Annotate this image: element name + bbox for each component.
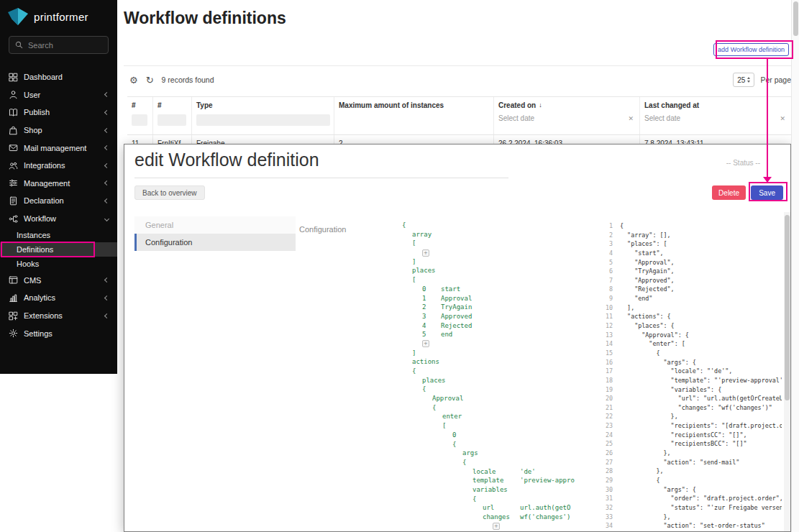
clear-filter-icon[interactable]: ✕ — [780, 115, 787, 122]
tree-node[interactable]: enter — [402, 412, 590, 421]
filter-input[interactable] — [132, 114, 147, 126]
tree-append-row[interactable]: + — [402, 248, 590, 257]
tab-configuration[interactable]: Configuration — [134, 234, 296, 251]
tree-node[interactable]: changeswf('changes') — [402, 513, 590, 522]
table-settings-gear-icon[interactable]: ⚙ — [129, 75, 138, 86]
sidebar-subitem-hooks[interactable]: Hooks — [0, 257, 117, 271]
json-code-editor[interactable]: 1{2 "array": [],3 "places": [4 "start",5… — [595, 221, 782, 532]
sidebar-item-analytics[interactable]: Analytics — [0, 289, 117, 307]
clear-filter-icon[interactable]: ✕ — [628, 115, 635, 122]
brand-name: printformer — [34, 11, 88, 23]
add-workflow-definition-button[interactable]: add Workflow definition — [713, 43, 789, 56]
tree-node[interactable]: urlurl.auth(getO — [402, 503, 590, 513]
sidebar-item-declaration[interactable]: Declaration — [0, 192, 117, 210]
column-header-2[interactable]: Type — [191, 97, 334, 113]
chevron-down-icon — [104, 216, 109, 221]
sidebar-item-publish[interactable]: Publish — [0, 104, 117, 121]
sidebar-item-mail-management[interactable]: Mail management — [0, 139, 117, 157]
tree-node[interactable]: places — [402, 376, 590, 385]
code-text: "TryAgain", — [620, 267, 675, 276]
code-line: 23 "recipients": "[draft.project.or — [595, 421, 782, 431]
date-filter-placeholder: Select date — [498, 114, 534, 122]
column-header-0[interactable]: # — [127, 97, 152, 113]
save-button[interactable]: Save — [751, 185, 783, 200]
add-item-icon[interactable]: + — [422, 340, 429, 347]
tree-node[interactable]: 0start — [402, 285, 590, 294]
tree-node[interactable]: array — [402, 230, 590, 239]
search-icon — [15, 41, 23, 49]
tree-key: ] — [412, 258, 416, 265]
sidebar-item-integrations[interactable]: Integrations — [0, 157, 117, 175]
page-scrollbar-thumb[interactable] — [793, 1, 798, 36]
tree-node[interactable]: 2TryAgain — [402, 303, 590, 312]
tree-node[interactable]: { — [402, 385, 590, 394]
add-item-icon[interactable]: + — [422, 249, 429, 257]
filter-input[interactable] — [157, 114, 186, 126]
tab-general[interactable]: General — [134, 216, 296, 234]
column-header-5[interactable]: Last changed at — [639, 97, 791, 113]
sidebar-item-user[interactable]: User — [0, 86, 117, 104]
table-header-row: ##TypeMaximum amount of instancesCreated… — [127, 97, 791, 113]
json-tree-editor[interactable]: {array[+]places[0start1Approval2TryAgain… — [402, 221, 590, 532]
tree-node[interactable]: places — [402, 266, 590, 275]
code-text: "enter": [ — [620, 339, 685, 349]
sidebar-subitem-definitions[interactable]: Definitions — [0, 242, 117, 257]
sidebar-item-extensions[interactable]: Extensions — [0, 307, 117, 325]
tree-node[interactable]: [ — [402, 239, 590, 248]
modal-scrollbar-thumb[interactable] — [785, 215, 790, 400]
code-text: "changes": "wf('changes')" — [620, 403, 772, 413]
code-text: "array": [], — [620, 231, 671, 240]
sidebar-item-management[interactable]: Management — [0, 175, 117, 193]
code-text: "places": [ — [620, 239, 667, 249]
tree-node[interactable]: locale'de' — [402, 467, 590, 477]
tree-node[interactable]: actions — [402, 357, 590, 367]
tree-append-row[interactable]: + — [402, 522, 590, 531]
management-icon — [9, 178, 18, 188]
tree-node[interactable]: 5end — [402, 330, 590, 339]
tree-node[interactable]: { — [402, 440, 590, 449]
tree-node[interactable]: { — [402, 403, 590, 413]
modal-scrollbar[interactable] — [784, 212, 790, 531]
tree-node[interactable]: [ — [402, 421, 590, 431]
tree-node[interactable]: 4Rejected — [402, 321, 590, 331]
tree-node[interactable]: { — [402, 495, 590, 504]
sidebar-item-shop[interactable]: Shop — [0, 121, 117, 139]
tree-node[interactable]: Approval — [402, 394, 590, 403]
delete-button[interactable]: Delete — [712, 185, 746, 200]
tree-append-row[interactable]: + — [402, 339, 590, 349]
date-filter[interactable]: Select date✕ — [644, 114, 787, 122]
column-header-4[interactable]: Created on↓ — [493, 97, 639, 113]
filter-input[interactable] — [196, 114, 330, 126]
sidebar-item-settings[interactable]: Settings — [0, 324, 117, 342]
sidebar-subitem-instances[interactable]: Instances — [0, 227, 117, 242]
column-header-1[interactable]: # — [152, 97, 191, 113]
tree-node[interactable]: 1Approval — [402, 294, 590, 303]
tree-node[interactable]: 0 — [402, 431, 590, 440]
pagination-controls: 25 Per page — [733, 73, 791, 87]
tree-node[interactable]: variables — [402, 485, 590, 495]
tree-node[interactable]: ] — [402, 257, 590, 267]
tree-node[interactable]: ] — [402, 349, 590, 358]
date-filter[interactable]: Select date✕ — [498, 114, 635, 122]
page-scrollbar[interactable] — [791, 0, 799, 532]
tree-node[interactable]: { — [402, 458, 590, 467]
tree-node[interactable]: [ — [402, 275, 590, 285]
tree-node[interactable]: { — [402, 367, 590, 376]
column-header-3[interactable]: Maximum amount of instances — [334, 97, 493, 113]
sidebar-item-workflow[interactable]: Workflow — [0, 210, 117, 228]
tree-node[interactable]: template'preview-appro — [402, 476, 590, 485]
refresh-icon[interactable]: ↻ — [146, 75, 154, 86]
back-to-overview-button[interactable]: Back to overview — [134, 185, 205, 200]
add-item-icon[interactable]: + — [493, 523, 500, 530]
tree-node[interactable]: { — [402, 221, 590, 230]
per-page-select[interactable]: 25 — [733, 73, 754, 87]
sidebar-search-input[interactable]: Search — [9, 36, 109, 54]
brand-logo[interactable]: printformer — [0, 0, 117, 32]
sidebar-item-cms[interactable]: CMS — [0, 272, 117, 290]
tree-node[interactable]: args — [402, 449, 590, 458]
code-text: "end" — [620, 294, 652, 303]
tree-node[interactable]: 3Approved — [402, 312, 590, 321]
sidebar-item-dashboard[interactable]: Dashboard — [0, 68, 117, 86]
status-select[interactable]: -- Status -- — [726, 159, 760, 167]
code-line: 22 }, — [595, 412, 782, 421]
